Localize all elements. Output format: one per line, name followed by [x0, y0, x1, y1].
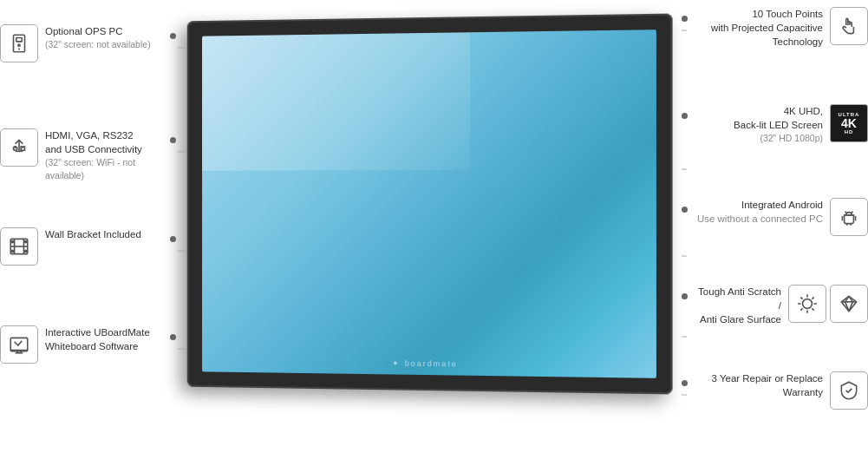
connectivity-icon	[0, 128, 38, 167]
connectivity-title1: HDMI, VGA, RS232	[45, 128, 170, 142]
scratch-text: Tough Anti Scratch / Anti Glare Surface	[693, 285, 781, 326]
svg-point-26	[803, 299, 813, 309]
touch-title2: with Projected Capacitive Technology	[693, 21, 823, 49]
svg-line-31	[800, 297, 802, 299]
svg-point-15	[11, 250, 13, 252]
4k-dot	[682, 113, 688, 119]
svg-line-32	[812, 308, 813, 310]
touch-dot	[682, 16, 688, 22]
ops-pc-dot	[170, 33, 176, 39]
scratch-title: Tough Anti Scratch /	[693, 285, 781, 312]
scratch-dot	[682, 293, 688, 299]
monitor-body: ✦ boardmate	[187, 14, 673, 395]
left-features-panel: Optional OPS PC (32" screen: not availab…	[0, 0, 178, 453]
right-features-panel: 10 Touch Points with Projected Capacitiv…	[682, 0, 868, 453]
4k-text: 4K UHD, Back-lit LED Screen (32" HD 1080…	[693, 104, 823, 145]
feature-warranty: 3 Year Repair or Replace Warranty	[682, 371, 868, 410]
android-text: Integrated Android Use without a connect…	[693, 198, 823, 226]
svg-point-16	[25, 241, 27, 243]
android-title: Integrated Android	[693, 198, 823, 212]
svg-marker-35	[841, 296, 856, 311]
svg-line-33	[800, 308, 802, 310]
scratch-icons	[785, 285, 868, 323]
wall-bracket-dot	[170, 236, 176, 242]
wall-bracket-title: Wall Bracket Included	[45, 227, 170, 241]
touch-icon	[830, 7, 868, 45]
warranty-icon	[830, 371, 868, 410]
android-title2: Use without a connected PC	[693, 212, 823, 226]
wall-bracket-text: Wall Bracket Included	[45, 227, 170, 241]
feature-scratch: Tough Anti Scratch / Anti Glare Surface	[682, 285, 868, 326]
4k-title: 4K UHD,	[693, 104, 823, 118]
ops-pc-subtitle: (32" screen: not available)	[45, 38, 170, 51]
monitor-display: ✦ boardmate	[182, 17, 668, 391]
ops-pc-title: Optional OPS PC	[45, 24, 170, 38]
scratch-title2: Anti Glare Surface	[693, 312, 781, 326]
4k-title2: Back-lit LED Screen	[693, 118, 823, 132]
whiteboard-title2: Whiteboard Software	[45, 339, 170, 353]
4k-icon: ULTRA 4K HD	[830, 104, 868, 142]
warranty-title: 3 Year Repair or Replace Warranty	[693, 371, 823, 399]
whiteboard-title1: Interactive UBoardMate	[45, 325, 170, 339]
warranty-dot	[682, 380, 688, 386]
ops-pc-icon	[0, 24, 38, 62]
feature-connectivity: HDMI, VGA, RS232 and USB Connectivity (3…	[0, 128, 178, 182]
brand-logo: ✦ boardmate	[392, 359, 457, 369]
touch-title: 10 Touch Points	[693, 7, 823, 21]
monitor-screen: ✦ boardmate	[202, 30, 656, 378]
connectivity-text: HDMI, VGA, RS232 and USB Connectivity (3…	[45, 128, 170, 182]
svg-point-17	[25, 250, 27, 252]
touch-text: 10 Touch Points with Projected Capacitiv…	[693, 7, 823, 49]
4k-subtitle: (32" HD 1080p)	[693, 132, 823, 145]
warranty-text: 3 Year Repair or Replace Warranty	[693, 371, 823, 399]
svg-point-3	[18, 44, 20, 46]
svg-point-14	[11, 241, 13, 243]
feature-4k: ULTRA 4K HD 4K UHD, Back-lit LED Screen …	[682, 104, 868, 145]
wall-bracket-icon	[0, 227, 38, 266]
connectivity-title2: and USB Connectivity	[45, 142, 170, 156]
android-dot	[682, 207, 688, 213]
svg-rect-2	[16, 38, 23, 42]
scratch-icon	[788, 285, 826, 323]
feature-wall-bracket: Wall Bracket Included	[0, 227, 178, 266]
feature-ops-pc: Optional OPS PC (32" screen: not availab…	[0, 24, 178, 62]
diamond-icon	[830, 285, 868, 323]
whiteboard-icon	[0, 325, 38, 364]
android-icon	[830, 198, 868, 236]
whiteboard-dot	[170, 334, 176, 340]
ops-pc-text: Optional OPS PC (32" screen: not availab…	[45, 24, 170, 51]
feature-touch: 10 Touch Points with Projected Capacitiv…	[682, 7, 868, 49]
feature-android: Integrated Android Use without a connect…	[682, 198, 868, 236]
connectivity-subtitle: (32" screen: WiFi - not available)	[45, 156, 170, 181]
feature-whiteboard: Interactive UBoardMate Whiteboard Softwa…	[0, 325, 178, 364]
svg-line-34	[812, 297, 813, 299]
connectivity-dot	[170, 137, 176, 143]
whiteboard-text: Interactive UBoardMate Whiteboard Softwa…	[45, 325, 170, 353]
